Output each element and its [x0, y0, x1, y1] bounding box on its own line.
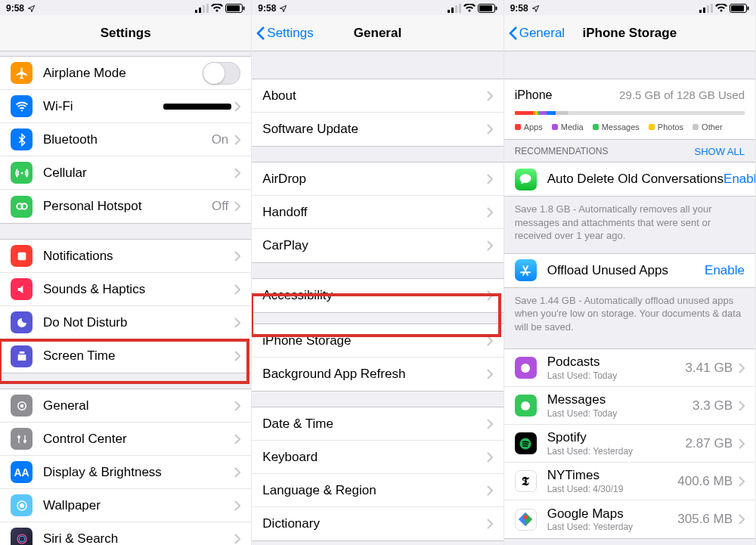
cell-label: Siri & Search — [43, 531, 234, 546]
chevron-right-icon — [739, 476, 745, 487]
storage-device: iPhone — [515, 88, 553, 102]
cell-date-time[interactable]: Date & Time — [252, 407, 503, 441]
cell-detail: On — [212, 132, 229, 147]
rec-offload-apps[interactable]: Offload Unused Apps Enable — [504, 254, 755, 287]
svg-point-14 — [17, 436, 20, 438]
svg-point-17 — [20, 503, 23, 507]
app-sub: Last Used: Today — [547, 409, 692, 420]
google-maps-icon — [515, 509, 537, 531]
cell-do-not-disturb[interactable]: Do Not Disturb — [0, 306, 251, 339]
nav-bar: Settings — [0, 15, 251, 51]
back-button[interactable]: General — [509, 26, 565, 41]
svg-point-15 — [23, 440, 26, 442]
chevron-right-icon — [234, 135, 240, 145]
back-button[interactable]: Settings — [256, 26, 313, 41]
cell-handoff[interactable]: Handoff — [252, 196, 503, 229]
cell-bluetooth[interactable]: Bluetooth On — [0, 123, 251, 156]
cell-airplane-mode[interactable]: Airplane Mode — [0, 57, 251, 90]
nav-title: iPhone Storage — [582, 26, 677, 41]
cell-control-center[interactable]: Control Center — [0, 423, 251, 456]
app-row-nytimes[interactable]: 𝕿NYTimesLast Used: 4/30/19400.6 MB — [504, 463, 755, 500]
app-sub: Last Used: Yesterday — [547, 447, 686, 457]
legend-item: Apps — [515, 122, 543, 132]
app-row-google-maps[interactable]: Google MapsLast Used: Yesterday305.6 MB — [504, 500, 755, 538]
cell-detail: Off — [212, 199, 228, 214]
cell-wallpaper[interactable]: Wallpaper — [0, 489, 251, 522]
cell-siri-search[interactable]: Siri & Search — [0, 522, 251, 545]
cell-notifications[interactable]: Notifications — [0, 240, 251, 273]
group-accessibility: Accessibility — [252, 278, 503, 313]
panel-iphone-storage: 9:58 General iPhone Storage iPhone 29.5 … — [504, 0, 756, 545]
nytimes-icon: 𝕿 — [515, 470, 537, 492]
enable-link[interactable]: Enable — [723, 172, 755, 187]
status-right — [448, 4, 497, 13]
storage-legend: AppsMediaMessagesPhotosOther — [515, 122, 745, 132]
airplane-toggle[interactable] — [203, 62, 240, 85]
svg-point-13 — [20, 404, 23, 407]
cell-display-brightness[interactable]: AA Display & Brightness — [0, 456, 251, 489]
svg-rect-1 — [199, 8, 201, 13]
svg-rect-11 — [17, 252, 26, 260]
cell-carplay[interactable]: CarPlay — [252, 229, 503, 262]
siri-icon — [11, 528, 33, 545]
show-all-link[interactable]: SHOW ALL — [695, 146, 745, 157]
podcasts-icon — [515, 357, 537, 379]
cell-iphone-storage[interactable]: iPhone Storage — [252, 324, 503, 358]
rec-2-desc: Save 1.44 GB - Automatically offload unu… — [504, 288, 755, 345]
cell-about[interactable]: About — [252, 79, 503, 113]
status-time: 9:58 — [510, 3, 528, 14]
svg-rect-22 — [448, 10, 450, 13]
svg-rect-29 — [699, 10, 702, 13]
chevron-right-icon — [487, 207, 493, 218]
rec-2: Offload Unused Apps Enable — [504, 253, 755, 288]
cell-accessibility[interactable]: Accessibility — [252, 279, 503, 312]
svg-rect-23 — [451, 8, 454, 13]
location-icon — [279, 5, 287, 13]
status-bar: 9:58 — [504, 0, 755, 15]
cell-airdrop[interactable]: AirDrop — [252, 163, 503, 196]
cell-personal-hotspot[interactable]: Personal Hotspot Off — [0, 190, 251, 223]
chevron-right-icon — [487, 419, 493, 429]
control-center-icon — [11, 428, 33, 450]
cell-wifi[interactable]: Wi-Fi — [0, 90, 251, 123]
cell-sounds-haptics[interactable]: Sounds & Haptics — [0, 273, 251, 306]
status-right — [699, 4, 749, 13]
cell-background-app-refresh[interactable]: Background App Refresh — [252, 358, 503, 391]
wallpaper-icon — [11, 494, 33, 516]
rec-auto-delete[interactable]: Auto Delete Old Conversations Enable — [504, 163, 755, 196]
app-row-messages[interactable]: MessagesLast Used: Today3.3 GB — [504, 387, 755, 425]
chevron-right-icon — [487, 452, 493, 463]
app-row-podcasts[interactable]: PodcastsLast Used: Today3.41 GB — [504, 349, 755, 387]
svg-rect-35 — [747, 7, 748, 11]
svg-rect-27 — [479, 5, 492, 11]
cell-cellular[interactable]: Cellular — [0, 156, 251, 190]
back-label: Settings — [267, 26, 313, 41]
cell-label: Display & Brightness — [43, 465, 234, 480]
chevron-right-icon — [234, 467, 240, 478]
screen-time-icon — [11, 345, 33, 367]
cell-language-region[interactable]: Language & Region — [252, 474, 503, 507]
dnd-icon — [11, 311, 33, 333]
chevron-right-icon — [234, 351, 240, 361]
chevron-right-icon — [234, 251, 240, 262]
status-time: 9:58 — [258, 3, 276, 14]
display-icon: AA — [11, 461, 33, 483]
svg-rect-6 — [243, 7, 245, 11]
cell-screen-time[interactable]: Screen Time — [0, 339, 251, 373]
cell-software-update[interactable]: Software Update — [252, 113, 503, 146]
app-row-spotify[interactable]: SpotifyLast Used: Yesterday2.87 GB — [504, 425, 755, 463]
app-sub: Last Used: Today — [547, 371, 686, 382]
svg-point-19 — [19, 536, 25, 542]
cell-keyboard[interactable]: Keyboard — [252, 441, 503, 474]
messages-icon — [515, 169, 537, 190]
bluetooth-icon — [11, 129, 33, 150]
recommendations-header: RECOMMENDATIONS SHOW ALL — [504, 140, 755, 162]
cell-general[interactable]: General — [0, 389, 251, 423]
chevron-right-icon — [739, 514, 745, 525]
chevron-right-icon — [487, 336, 493, 346]
messages-icon — [515, 395, 537, 416]
nav-title: General — [354, 26, 401, 41]
enable-link[interactable]: Enable — [705, 263, 745, 278]
cell-dictionary[interactable]: Dictionary — [252, 507, 503, 540]
group-notifications: Notifications Sounds & Haptics Do Not Di… — [0, 239, 251, 373]
